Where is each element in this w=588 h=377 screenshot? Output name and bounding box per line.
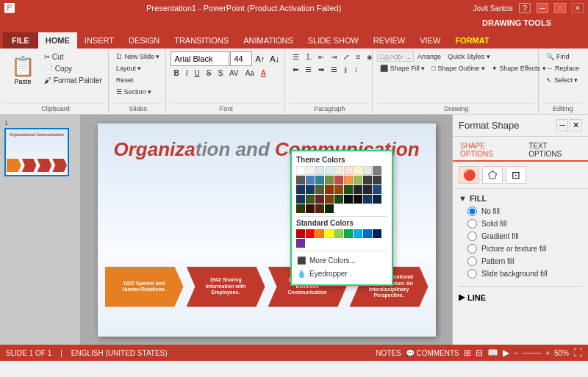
no-fill-radio[interactable]	[467, 207, 477, 216]
fill-icon-btn[interactable]: 🔴	[459, 166, 479, 184]
fill-section-header[interactable]: ▼ FILL	[459, 192, 582, 205]
shape-effects-button[interactable]: ✦ Shape Effects ▾	[489, 63, 549, 73]
reset-button[interactable]: Reset	[113, 75, 163, 85]
slide-bg-fill-radio[interactable]	[467, 269, 477, 279]
color-swatch[interactable]	[325, 195, 334, 204]
layout-button[interactable]: Layout ▾	[113, 63, 163, 73]
color-swatch[interactable]	[354, 195, 362, 204]
tab-animations[interactable]: ANIMATIONS	[236, 32, 301, 49]
align-right-button[interactable]: ➡	[315, 64, 327, 75]
find-button[interactable]: 🔍 Find	[543, 51, 572, 62]
slide-bg-fill-option[interactable]: Slide background fill	[459, 268, 582, 280]
gradient-fill-radio[interactable]	[467, 231, 477, 241]
color-swatch[interactable]	[325, 204, 334, 213]
standard-color-swatch[interactable]	[296, 239, 305, 248]
solid-fill-radio[interactable]	[467, 219, 477, 229]
color-swatch[interactable]	[344, 195, 353, 204]
color-swatch[interactable]	[315, 195, 324, 204]
align-left-button[interactable]: ⬅	[290, 64, 301, 75]
format-panel-pin[interactable]: ─	[556, 119, 568, 132]
pattern-fill-radio[interactable]	[467, 256, 477, 266]
eyedropper-option[interactable]: 💧 Eyedropper	[296, 267, 387, 280]
tab-design[interactable]: DESIGN	[121, 32, 167, 49]
color-swatch[interactable]	[296, 185, 305, 194]
color-swatch[interactable]	[306, 166, 315, 175]
color-swatch[interactable]	[363, 176, 372, 184]
standard-color-swatch[interactable]	[363, 229, 372, 238]
color-swatch[interactable]	[325, 176, 334, 184]
select-button[interactable]: ↖ Select ▾	[543, 75, 581, 85]
color-swatch[interactable]	[315, 176, 324, 184]
justify-button[interactable]: ☰	[328, 64, 340, 75]
color-swatch[interactable]	[315, 185, 324, 194]
change-case-button[interactable]: Aa	[243, 68, 257, 79]
color-swatch[interactable]	[306, 204, 315, 213]
zoom-in-button[interactable]: +	[545, 349, 550, 357]
color-swatch[interactable]	[296, 195, 305, 204]
tab-slide-show[interactable]: SLIDE SHOW	[301, 32, 366, 49]
center-button[interactable]: ☰	[302, 64, 315, 75]
solid-fill-option[interactable]: Solid fill	[459, 218, 582, 230]
section-button[interactable]: ☰ Section ▾	[113, 87, 163, 97]
format-painter-button[interactable]: 🖌 Format Painter	[41, 75, 105, 86]
color-swatch[interactable]	[354, 176, 362, 184]
gradient-fill-option[interactable]: Gradient fill	[459, 230, 582, 243]
no-fill-option[interactable]: No fill	[459, 205, 582, 218]
zoom-slider[interactable]: ────	[523, 349, 542, 356]
color-swatch[interactable]	[315, 204, 324, 213]
color-swatch[interactable]	[306, 195, 315, 204]
standard-color-swatch[interactable]	[334, 229, 343, 238]
color-swatch[interactable]	[363, 195, 372, 204]
bullets-button[interactable]: ☰	[290, 51, 302, 62]
size-icon-btn[interactable]: ⊡	[506, 166, 526, 184]
tab-view[interactable]: VIEW	[412, 32, 448, 49]
standard-color-swatch[interactable]	[315, 229, 324, 238]
slide-thumbnail[interactable]: Organizational Communication	[4, 128, 69, 176]
tab-home[interactable]: HOME	[38, 32, 77, 49]
notes-button[interactable]: NOTES	[376, 349, 401, 357]
color-swatch[interactable]	[344, 166, 353, 175]
standard-color-swatch[interactable]	[296, 229, 305, 238]
decrease-font-button[interactable]: A↓	[268, 53, 282, 65]
zoom-out-button[interactable]: −	[514, 349, 518, 357]
paste-button[interactable]: 📋 Paste	[6, 51, 40, 89]
text-options-tab[interactable]: TEXT OPTIONS	[527, 140, 582, 162]
tab-insert[interactable]: INSERT	[77, 32, 121, 49]
cols-button[interactable]: ⫿	[341, 64, 351, 75]
font-size-input[interactable]: 44	[230, 51, 252, 66]
arrow-2[interactable]: 1942 Sharing Information with Employees.	[187, 267, 265, 307]
color-swatch[interactable]	[306, 176, 315, 184]
more-colors-option[interactable]: ⬛ More Colors...	[296, 254, 387, 267]
text-direction-button[interactable]: ⤢	[340, 51, 352, 62]
color-swatch[interactable]	[334, 176, 343, 184]
quick-styles-button[interactable]: Quick Styles ▾	[445, 51, 493, 62]
shape-outline-button[interactable]: □ Shape Outline ▾	[429, 63, 487, 73]
color-swatch[interactable]	[334, 166, 343, 175]
color-swatch[interactable]	[373, 176, 381, 184]
standard-color-swatch[interactable]	[344, 229, 353, 238]
bold-button[interactable]: B	[171, 68, 182, 79]
color-swatch[interactable]	[373, 185, 381, 194]
color-swatch[interactable]	[354, 185, 362, 194]
comments-button[interactable]: 💬 COMMENTS	[406, 349, 459, 357]
standard-color-swatch[interactable]	[306, 229, 315, 238]
arrange-button[interactable]: Arrange	[415, 51, 444, 62]
font-color-button[interactable]: A	[258, 68, 269, 79]
shape-fill-button[interactable]: ⬛ Shape Fill ▾	[377, 63, 428, 73]
minimize-button[interactable]: ─	[537, 3, 548, 13]
color-swatch[interactable]	[296, 176, 305, 184]
color-swatch[interactable]	[334, 185, 343, 194]
tab-transitions[interactable]: TRANSITIONS	[167, 32, 236, 49]
tab-review[interactable]: REVIEW	[366, 32, 412, 49]
numbering-button[interactable]: 1.	[303, 51, 315, 62]
color-swatch[interactable]	[325, 185, 334, 194]
char-spacing-button[interactable]: AV	[226, 68, 242, 79]
color-swatch[interactable]	[363, 166, 372, 175]
color-swatch[interactable]	[344, 176, 353, 184]
cut-button[interactable]: ✂ Cut	[41, 51, 105, 62]
arrow-1[interactable]: 1937 Speech and Human Relations.	[105, 267, 184, 307]
tab-file[interactable]: FILE	[3, 32, 38, 49]
standard-color-swatch[interactable]	[354, 229, 362, 238]
color-swatch[interactable]	[373, 195, 381, 204]
picture-fill-option[interactable]: Picture or texture fill	[459, 243, 582, 255]
